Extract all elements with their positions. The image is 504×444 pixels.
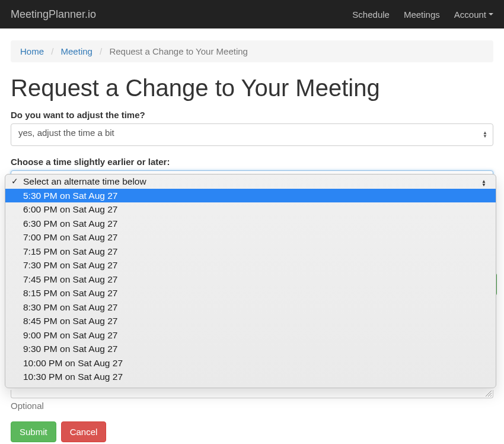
nav-meetings[interactable]: Meetings [404,9,440,20]
breadcrumb: Home / Meeting / Request a Change to You… [11,40,493,62]
navbar: MeetingPlanner.io Schedule Meetings Acco… [0,0,504,28]
resize-handle-icon[interactable] [485,390,492,397]
alternate-time-option[interactable]: 5:30 PM on Sat Aug 27 [5,189,496,203]
nav-account-dropdown[interactable]: Account [454,9,493,20]
brand-link[interactable]: MeetingPlanner.io [11,8,96,21]
page-title: Request a Change to Your Meeting [11,74,493,102]
breadcrumb-sep: / [100,46,102,56]
alternate-time-option[interactable]: 7:45 PM on Sat Aug 27 [5,272,496,287]
alternate-time-option[interactable]: Select an alternate time below [5,175,496,189]
notes-textarea[interactable] [11,390,493,398]
optional-help-text: Optional [11,401,493,411]
navbar-nav: Schedule Meetings Account [352,9,493,20]
breadcrumb-sep: / [51,46,53,56]
main-container: Home / Meeting / Request a Change to You… [0,40,504,442]
adjust-time-group: Do you want to adjust the time? yes, adj… [11,110,493,146]
alternate-time-option[interactable]: 10:00 PM on Sat Aug 27 [5,356,496,370]
cancel-button[interactable]: Cancel [61,421,107,442]
submit-button[interactable]: Submit [11,421,56,442]
breadcrumb-home[interactable]: Home [20,46,44,56]
alternate-time-option[interactable]: 9:30 PM on Sat Aug 27 [5,342,496,356]
alternate-time-option[interactable]: 7:30 PM on Sat Aug 27 [5,258,496,272]
breadcrumb-current: Request a Change to Your Meeting [109,46,248,56]
alternate-time-option[interactable]: 9:00 PM on Sat Aug 27 [5,328,496,342]
alternate-time-option[interactable]: 6:00 PM on Sat Aug 27 [5,202,496,217]
alternate-time-label: Choose a time slightly earlier or later: [11,157,493,167]
alternate-time-option[interactable]: 8:30 PM on Sat Aug 27 [5,300,496,315]
alternate-time-dropdown[interactable]: Select an alternate time below5:30 PM on… [5,174,496,388]
alternate-time-option[interactable]: 8:15 PM on Sat Aug 27 [5,286,496,300]
alternate-time-group: Choose a time slightly earlier or later:… [11,157,493,193]
breadcrumb-meeting[interactable]: Meeting [61,46,92,56]
alternate-time-option[interactable]: 7:15 PM on Sat Aug 27 [5,245,496,259]
adjust-time-label: Do you want to adjust the time? [11,110,493,120]
caret-down-icon [489,13,493,15]
alternate-time-option[interactable]: 8:45 PM on Sat Aug 27 [5,314,496,328]
adjust-time-select[interactable]: yes, adjust the time a bit [11,123,493,146]
alternate-time-option[interactable]: 7:00 PM on Sat Aug 27 [5,230,496,245]
alternate-time-option[interactable]: 10:30 PM on Sat Aug 27 [5,370,496,384]
alternate-time-option[interactable]: 6:30 PM on Sat Aug 27 [5,217,496,231]
nav-schedule[interactable]: Schedule [352,9,390,20]
form-buttons: Submit Cancel [11,421,493,442]
nav-account-label: Account [454,9,486,20]
